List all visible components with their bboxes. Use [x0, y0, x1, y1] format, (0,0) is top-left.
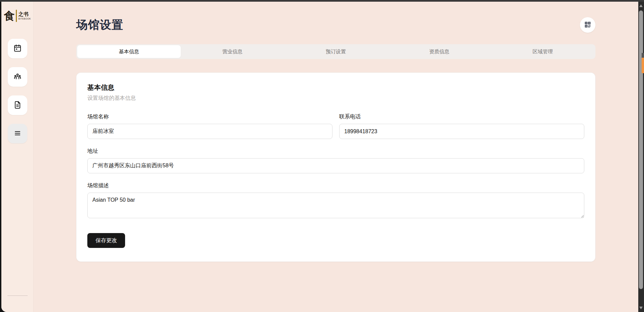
logo-main-char: 食	[4, 10, 14, 21]
tab-basic-info[interactable]: 基本信息	[77, 45, 181, 58]
logo-rest-chars: 之书	[18, 12, 31, 17]
venue-name-label: 场馆名称	[87, 113, 332, 120]
tab-business-info[interactable]: 营业信息	[181, 45, 284, 58]
logo-subtitle: BITEBOOK	[18, 18, 31, 20]
description-label: 场馆描述	[87, 182, 584, 189]
tab-area-management[interactable]: 区域管理	[491, 45, 594, 58]
phone-label: 联系电话	[339, 113, 584, 120]
scrollbar-marker-cap	[642, 53, 644, 58]
card-title: 基本信息	[87, 83, 584, 92]
sidebar-divider	[7, 295, 28, 296]
venue-name-input[interactable]	[87, 124, 332, 139]
save-changes-button[interactable]: 保存更改	[87, 233, 125, 248]
vertical-scrollbar[interactable]	[638, 2, 644, 312]
main-content: 场馆设置	[34, 2, 638, 312]
sidebar-item-members[interactable]	[8, 67, 27, 87]
sidebar-item-documents[interactable]	[8, 95, 27, 115]
address-label: 地址	[87, 148, 584, 155]
phone-input[interactable]	[339, 124, 584, 139]
scrollbar-orange-marker	[642, 58, 644, 73]
card-subtitle: 设置场馆的基本信息	[87, 95, 584, 102]
users-icon	[13, 73, 22, 82]
basic-info-form: 场馆名称 联系电话 地址 场馆描述 Asia	[87, 113, 584, 248]
scroll-up-arrow-icon[interactable]	[639, 4, 643, 7]
settings-tabbar: 基本信息 营业信息 预订设置 资质信息 区域管理	[76, 44, 595, 59]
sidebar: 食 之书 BITEBOOK	[1, 2, 34, 312]
qr-code-button[interactable]	[580, 17, 595, 33]
document-icon	[13, 101, 22, 110]
logo-divider-bar	[16, 10, 17, 22]
scroll-down-arrow-icon[interactable]	[639, 307, 643, 309]
address-input[interactable]	[87, 158, 584, 173]
sidebar-item-calendar[interactable]	[8, 39, 27, 58]
sidebar-item-menu[interactable]	[8, 124, 27, 143]
sidebar-nav	[8, 39, 27, 152]
app-window: 食 之书 BITEBOOK	[1, 2, 638, 312]
page-title: 场馆设置	[76, 17, 123, 33]
qr-code-icon	[584, 21, 591, 29]
bitebook-logo: 食 之书 BITEBOOK	[4, 10, 31, 22]
menu-icon	[13, 129, 22, 138]
scrollbar-thumb[interactable]	[639, 10, 643, 289]
calendar-icon	[13, 44, 22, 53]
description-textarea[interactable]: Asian TOP 50 bar	[87, 193, 584, 218]
basic-info-card: 基本信息 设置场馆的基本信息 场馆名称 联系电话 地	[76, 73, 595, 262]
tab-qualification-info[interactable]: 资质信息	[387, 45, 491, 58]
tab-reservation-settings[interactable]: 预订设置	[284, 45, 388, 58]
